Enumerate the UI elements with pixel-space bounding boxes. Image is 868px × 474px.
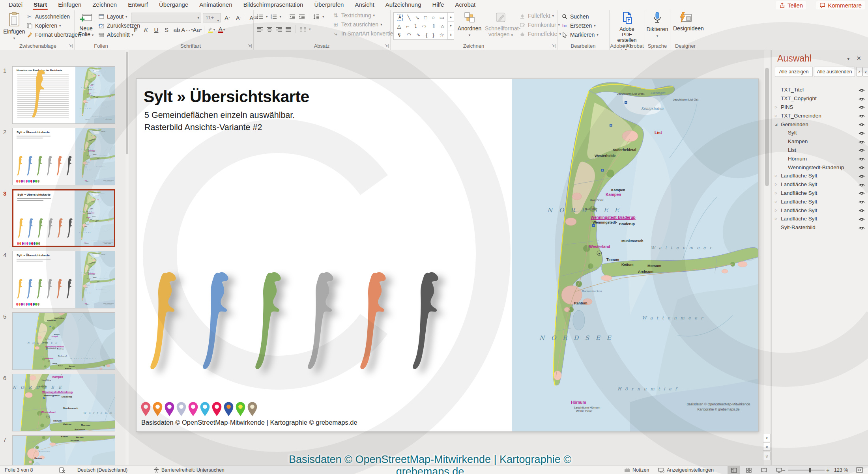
- format-painter-button[interactable]: Format übertragen: [26, 32, 81, 38]
- language-button[interactable]: Deutsch (Deutschland): [77, 466, 127, 474]
- fit-to-window-button[interactable]: [856, 466, 863, 474]
- island-silhouette-2[interactable]: [195, 271, 241, 378]
- visibility-eye-icon[interactable]: [855, 96, 868, 101]
- tab-einfügen[interactable]: Einfügen: [52, 0, 87, 10]
- zoom-level[interactable]: 123 %: [834, 466, 848, 474]
- tab-zeichnen[interactable]: Zeichnen: [87, 0, 122, 10]
- strikethrough-button[interactable]: ab: [172, 25, 181, 34]
- next-slide-button[interactable]: »: [763, 452, 771, 460]
- map-pin-9[interactable]: [235, 401, 246, 417]
- comments-button[interactable]: Kommentare: [816, 1, 865, 9]
- expand-arrow-icon[interactable]: ▷: [775, 183, 781, 186]
- shrink-font-button[interactable]: Aˇ: [234, 13, 243, 22]
- expand-arrow-icon[interactable]: ▷: [775, 114, 781, 118]
- cut-button[interactable]: ✂ Ausschneiden: [26, 13, 70, 20]
- italic-button[interactable]: K: [141, 25, 151, 34]
- increase-indent-icon[interactable]: [298, 13, 305, 20]
- zoom-in-button[interactable]: +: [826, 466, 830, 474]
- tab-bildschirmpräsentation[interactable]: Bildschirmpräsentation: [238, 0, 309, 10]
- island-silhouette-1[interactable]: [143, 271, 189, 378]
- visibility-eye-icon[interactable]: [855, 139, 868, 144]
- font-name-input[interactable]: ▾: [131, 13, 201, 23]
- line-spacing-icon[interactable]: [313, 13, 320, 20]
- selection-item-txt-copyright[interactable]: TXT_Copyright: [772, 94, 868, 103]
- clipboard-dialog-launcher[interactable]: ↘: [68, 44, 73, 48]
- map-pin-10[interactable]: [247, 401, 258, 417]
- visibility-eye-icon[interactable]: [855, 216, 868, 221]
- tab-übergänge[interactable]: Übergänge: [153, 0, 194, 10]
- layout-button[interactable]: Layout▾: [98, 13, 127, 20]
- reading-view-button[interactable]: [758, 466, 770, 474]
- show-all-button[interactable]: Alle anzeigen: [775, 67, 813, 77]
- tab-überprüfen[interactable]: Überprüfen: [309, 0, 349, 10]
- drawing-dialog-launcher[interactable]: ↘: [551, 44, 556, 48]
- map-pin-2[interactable]: [152, 401, 163, 417]
- quick-styles-button[interactable]: Schnellformat-vorlagen ▾: [485, 12, 516, 38]
- selection-item-landfläche-sylt[interactable]: ▷Landfläche Sylt: [772, 172, 868, 180]
- design-ideas-button[interactable]: Designideen: [673, 12, 698, 32]
- slide-sorter-view-button[interactable]: [743, 466, 755, 474]
- find-button[interactable]: Suchen: [561, 13, 589, 20]
- island-silhouette-5[interactable]: [353, 271, 398, 378]
- textbox-shape-icon[interactable]: A: [397, 15, 403, 21]
- selection-item-gemeinden[interactable]: ◢Gemeinden: [772, 120, 868, 129]
- visibility-eye-icon[interactable]: [855, 190, 868, 195]
- visibility-eye-icon[interactable]: [855, 165, 868, 170]
- pane-options-caret[interactable]: ▾: [847, 56, 849, 62]
- visibility-eye-icon[interactable]: [855, 225, 868, 230]
- tab-start[interactable]: Start: [28, 0, 52, 10]
- visibility-eye-icon[interactable]: [855, 122, 868, 127]
- send-backward-button[interactable]: ∨: [862, 67, 868, 77]
- numbering-icon[interactable]: 123: [270, 13, 277, 20]
- decrease-indent-icon[interactable]: [289, 13, 296, 20]
- visibility-eye-icon[interactable]: [855, 156, 868, 161]
- island-silhouette-3[interactable]: [248, 271, 294, 378]
- align-center-icon[interactable]: [266, 26, 273, 32]
- shape-fill-button[interactable]: Fülleffekt▾: [519, 13, 554, 19]
- thumbnail-scrollbar[interactable]: [125, 50, 129, 465]
- island-silhouette-6[interactable]: [405, 271, 451, 378]
- hide-all-button[interactable]: Alle ausblenden: [814, 67, 855, 77]
- canvas-scrollbar[interactable]: [764, 50, 770, 465]
- selection-item-landfläche-sylt[interactable]: ▷Landfläche Sylt: [772, 189, 868, 198]
- paragraph-dialog-launcher[interactable]: ↘: [384, 44, 389, 48]
- expand-arrow-icon[interactable]: ▷: [775, 209, 781, 212]
- paste-button[interactable]: Einfügen▾: [3, 12, 25, 41]
- columns-icon[interactable]: [299, 26, 307, 32]
- accessibility-button[interactable]: Barrierefreiheit: Untersuchen: [154, 466, 224, 474]
- zoom-slider[interactable]: [788, 466, 825, 474]
- visibility-eye-icon[interactable]: [855, 174, 868, 178]
- replace-button[interactable]: bc Ersetzen▾: [561, 22, 596, 29]
- selection-item-wenningstedt-braderup[interactable]: Wenningstedt-Braderup: [772, 163, 868, 172]
- slide-canvas[interactable]: Sylt » Übersichtskarte 5 Gemeindeflächen…: [137, 79, 758, 431]
- expand-arrow-icon[interactable]: ▷: [775, 200, 781, 203]
- selection-item-pins[interactable]: ▷PINS: [772, 103, 868, 112]
- selection-item-hörnum[interactable]: Hörnum: [772, 154, 868, 163]
- zoom-out-button[interactable]: −: [782, 466, 786, 474]
- visibility-eye-icon[interactable]: [855, 113, 868, 118]
- bold-button[interactable]: F: [131, 25, 140, 34]
- new-slide-button[interactable]: NeueFolie ▾: [75, 12, 97, 38]
- selection-item-sylt[interactable]: Sylt: [772, 129, 868, 137]
- notes-button[interactable]: Notizen: [624, 466, 649, 474]
- expand-arrow-icon[interactable]: ▷: [775, 217, 781, 220]
- visibility-eye-icon[interactable]: [855, 199, 868, 204]
- map-pin-8[interactable]: [223, 401, 234, 417]
- zoom-slider-knob[interactable]: [809, 468, 811, 472]
- font-dialog-launcher[interactable]: ↘: [247, 44, 252, 48]
- expand-arrow-icon[interactable]: ▷: [775, 105, 781, 109]
- selection-item-landfläche-sylt[interactable]: ▷Landfläche Sylt: [772, 180, 868, 189]
- expand-arrow-icon[interactable]: ▷: [775, 174, 781, 177]
- tab-datei[interactable]: Datei: [3, 0, 28, 10]
- shape-gallery[interactable]: A╲↘□○▭ △⌐⤵⇨⇩⌂ ↯◠∿{}☆ ▴▾⇟: [393, 12, 454, 40]
- normal-view-button[interactable]: [728, 466, 740, 474]
- visibility-eye-icon[interactable]: [855, 147, 868, 152]
- align-left-icon[interactable]: [256, 26, 264, 32]
- tab-acrobat[interactable]: Acrobat: [450, 0, 481, 10]
- shape-outline-button[interactable]: Formkontur▾: [519, 22, 560, 28]
- tab-entwurf[interactable]: Entwurf: [122, 0, 153, 10]
- selection-item-kampen[interactable]: Kampen: [772, 137, 868, 146]
- tab-animationen[interactable]: Animationen: [194, 0, 238, 10]
- character-spacing-button[interactable]: A⇔▾: [182, 25, 192, 34]
- select-button[interactable]: Markieren▾: [561, 32, 599, 38]
